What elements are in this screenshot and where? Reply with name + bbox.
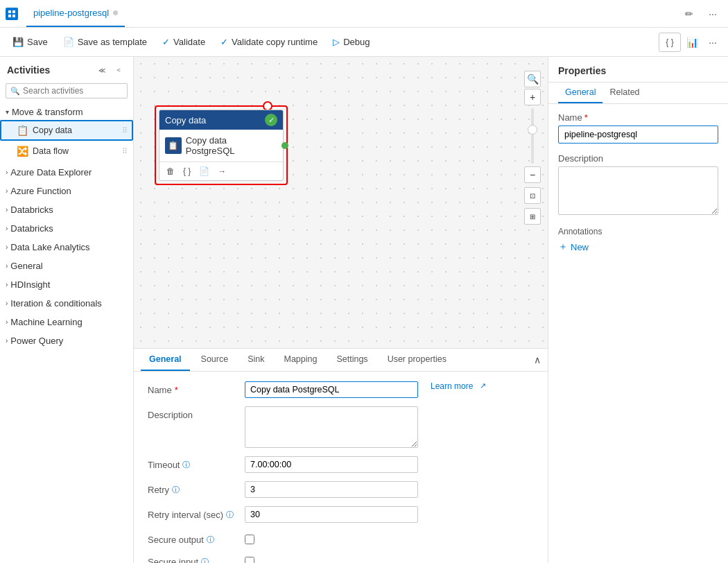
- section-data-lake-analytics-header[interactable]: › Data Lake Analytics: [0, 239, 133, 255]
- section-general-header[interactable]: › General: [0, 258, 133, 274]
- props-required-indicator: *: [584, 112, 588, 123]
- search-input[interactable]: [23, 86, 127, 96]
- section-power-query-header[interactable]: › Power Query: [0, 333, 133, 349]
- section-machine-learning-header[interactable]: › Machine Learning: [0, 314, 133, 330]
- tab-user-properties[interactable]: User properties: [379, 349, 455, 371]
- new-annotation-button[interactable]: ＋ New: [558, 241, 589, 253]
- form-textarea-description[interactable]: [245, 406, 418, 448]
- props-field-name: Name *: [558, 112, 718, 144]
- node-copy-btn[interactable]: 📄: [198, 165, 211, 177]
- secure-output-info-icon[interactable]: ⓘ: [207, 535, 214, 545]
- tab-sink[interactable]: Sink: [239, 349, 272, 371]
- section-label: Power Query: [10, 336, 63, 346]
- node-header-title: Copy data: [165, 115, 206, 125]
- save-as-template-button[interactable]: 📄 Save as template: [56, 33, 154, 51]
- collapse-all-btn[interactable]: ≪: [94, 62, 110, 78]
- form-label-retry-interval: Retry interval (sec) ⓘ: [148, 506, 238, 520]
- node-delete-btn[interactable]: 🗑: [165, 165, 176, 177]
- retry-interval-info-icon[interactable]: ⓘ: [226, 510, 234, 520]
- section-move-transform-header[interactable]: ▾ Move & transform: [0, 104, 133, 120]
- form-input-timeout[interactable]: [245, 456, 418, 473]
- node-code-btn[interactable]: { }: [182, 165, 192, 177]
- zoom-slider[interactable]: [531, 108, 534, 164]
- edit-icon-btn[interactable]: ✏: [679, 4, 699, 24]
- validate-copy-runtime-button[interactable]: ✓ Validate copy runtime: [214, 33, 324, 51]
- save-icon: 💾: [12, 37, 24, 47]
- section-azure-data-explorer-header[interactable]: › Azure Data Explorer: [0, 164, 133, 180]
- props-input-name[interactable]: [558, 125, 718, 144]
- pipeline-tab[interactable]: pipeline-postgresql: [26, 0, 125, 27]
- tab-mapping[interactable]: Mapping: [276, 349, 326, 371]
- section-iteration-conditionals-header[interactable]: › Iteration & conditionals: [0, 295, 133, 311]
- save-button[interactable]: 💾 Save: [6, 33, 55, 51]
- retry-info-icon[interactable]: ⓘ: [172, 485, 180, 495]
- chevron-right-icon: ›: [6, 168, 8, 176]
- validate-icon: ✓: [162, 37, 170, 47]
- section-data-lake-analytics: › Data Lake Analytics: [0, 238, 133, 257]
- form-input-retry[interactable]: [245, 481, 418, 498]
- timeout-info-icon[interactable]: ⓘ: [182, 460, 190, 470]
- chevron-right-icon: ›: [6, 262, 8, 270]
- form-row-secure-output: Secure output ⓘ: [148, 531, 534, 545]
- properties-title: Properties: [548, 57, 728, 83]
- zoom-search-btn[interactable]: 🔍: [524, 71, 541, 87]
- bottom-panel-close-btn[interactable]: ∧: [534, 354, 541, 365]
- section-batch-service-header[interactable]: › Databricks: [0, 202, 133, 218]
- zoom-in-btn[interactable]: +: [524, 89, 541, 105]
- form-checkbox-secure-input[interactable]: [245, 557, 254, 563]
- node-arrow-btn[interactable]: →: [216, 165, 227, 177]
- zoom-fit-btn[interactable]: ⊡: [524, 187, 541, 204]
- section-hdinsight-header[interactable]: › HDInsight: [0, 277, 133, 293]
- code-view-button[interactable]: { }: [659, 33, 681, 52]
- tab-settings[interactable]: Settings: [328, 349, 376, 371]
- section-label: Azure Data Explorer: [10, 167, 92, 177]
- canvas-node[interactable]: Copy data ✓ 📋 Copy data PostgreSQL 🗑 { }…: [159, 110, 284, 181]
- node-body-icon: 📋: [165, 137, 182, 154]
- secure-input-info-icon[interactable]: ⓘ: [201, 557, 209, 563]
- bottom-tabs: General Source Sink Mapping Settings Use…: [134, 349, 548, 372]
- section-power-query: › Power Query: [0, 331, 133, 350]
- chevron-right-icon: ›: [6, 225, 8, 232]
- props-field-label-name: Name *: [558, 112, 718, 123]
- chevron-right-icon: ›: [6, 300, 8, 307]
- form-row-name: Name * Learn more ↗: [148, 381, 534, 398]
- form-input-name[interactable]: [245, 381, 418, 398]
- zoom-out-btn[interactable]: −: [524, 166, 541, 183]
- monitor-button[interactable]: 📊: [682, 33, 702, 52]
- form-checkbox-secure-output[interactable]: [245, 535, 254, 544]
- toolbar: 💾 Save 📄 Save as template ✓ Validate ✓ V…: [0, 28, 728, 57]
- props-textarea-description[interactable]: [558, 166, 718, 215]
- props-annotations-label: Annotations: [558, 227, 718, 236]
- tab-general[interactable]: General: [141, 349, 190, 371]
- data-flow-icon: 🔀: [17, 146, 28, 157]
- props-tab-general[interactable]: General: [558, 83, 603, 103]
- debug-button[interactable]: ▷ Debug: [326, 33, 376, 51]
- section-machine-learning: › Machine Learning: [0, 313, 133, 331]
- pipeline-canvas[interactable]: Copy data ✓ 📋 Copy data PostgreSQL 🗑 { }…: [134, 57, 548, 348]
- zoom-layout-btn[interactable]: ⊞: [524, 208, 541, 225]
- props-field-label-description: Description: [558, 153, 718, 164]
- zoom-thumb: [528, 125, 537, 135]
- sidebar-collapse-icons: ≪ ＜: [94, 62, 126, 78]
- more-options-btn[interactable]: ···: [703, 4, 722, 24]
- props-tab-related[interactable]: Related: [603, 83, 646, 103]
- collapse-btn[interactable]: ＜: [111, 62, 126, 78]
- section-azure-function-header[interactable]: › Azure Function: [0, 183, 133, 199]
- section-move-transform: ▾ Move & transform 📋 Copy data ⠿ 🔀 Data …: [0, 103, 133, 163]
- chevron-right-icon: ›: [6, 337, 8, 345]
- learn-more-link[interactable]: Learn more: [431, 381, 473, 391]
- section-databricks-header[interactable]: › Databricks: [0, 220, 133, 236]
- svg-rect-3: [12, 15, 15, 17]
- sidebar-item-label: Data flow: [33, 146, 125, 156]
- sidebar-item-label: Copy data: [33, 125, 125, 135]
- properties-panel: Properties General Related Name * Descri…: [548, 57, 728, 563]
- toolbar-more-button[interactable]: ···: [703, 33, 722, 52]
- validate-button[interactable]: ✓ Validate: [155, 33, 212, 51]
- tab-source[interactable]: Source: [193, 349, 237, 371]
- top-bar-icons: ✏ ···: [679, 4, 722, 24]
- sidebar-item-copy-data[interactable]: 📋 Copy data ⠿: [0, 120, 133, 141]
- unsaved-dot: [113, 10, 118, 15]
- form-input-retry-interval[interactable]: [245, 506, 418, 523]
- sidebar-item-data-flow[interactable]: 🔀 Data flow ⠿: [0, 141, 133, 162]
- form-row-retry: Retry ⓘ: [148, 481, 534, 498]
